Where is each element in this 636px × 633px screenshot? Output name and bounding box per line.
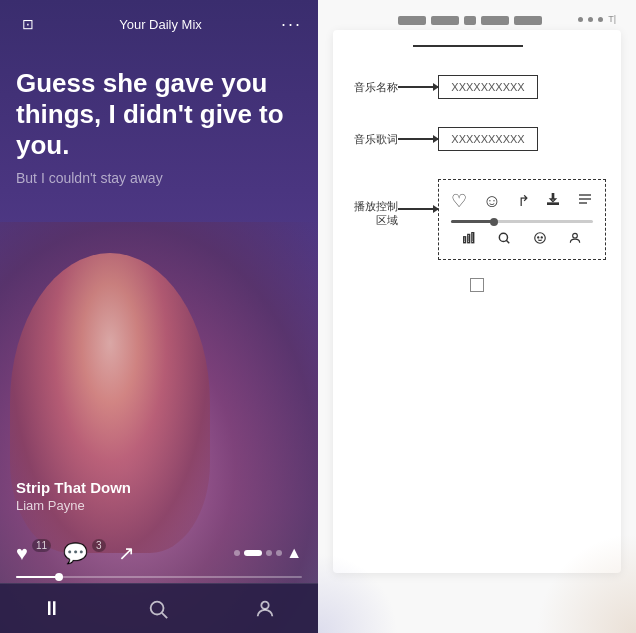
action-left: ♥ 11 💬 3 ↗ [16, 541, 135, 565]
sub-lyrics: But I couldn't stay away [16, 170, 302, 186]
smiley-icon[interactable]: ☺ [483, 191, 501, 212]
indicator-5 [514, 16, 542, 25]
music-name-row: 音乐名称 XXXXXXXXXX [348, 75, 606, 99]
comment-icon: 💬 [63, 541, 88, 565]
controls-row-1: ♡ ☺ ↰ [451, 190, 593, 212]
svg-point-14 [573, 233, 578, 238]
svg-rect-8 [472, 233, 474, 243]
dot-indicator-2 [588, 17, 593, 22]
mini-progress[interactable] [451, 220, 593, 223]
right-indicator: T| [578, 14, 616, 24]
main-lyrics: Guess she gave you things, I didn't give… [16, 68, 302, 162]
expand-icon[interactable]: ▲ [286, 544, 302, 562]
music-player-panel: ⊡ Your Daily Mix ··· Guess she gave you … [0, 0, 318, 633]
music-name-input[interactable]: XXXXXXXXXX [438, 75, 538, 99]
indicator-3 [464, 16, 476, 25]
svg-point-2 [261, 601, 268, 608]
comment-count: 3 [92, 539, 106, 552]
lyrics-section: Guess she gave you things, I didn't give… [0, 48, 318, 196]
svg-point-11 [535, 233, 546, 244]
music-lyrics-label: 音乐歌词 [348, 132, 398, 147]
dot-1 [234, 550, 240, 556]
dot-indicator [578, 17, 583, 22]
share-ctrl-icon[interactable]: ↰ [517, 192, 530, 210]
profile-button[interactable] [254, 598, 276, 620]
right-label: T| [608, 14, 616, 24]
face-icon[interactable] [533, 231, 547, 249]
indicator-1 [398, 16, 426, 25]
name-arrow [398, 86, 438, 88]
playback-controls-box: ♡ ☺ ↰ [438, 179, 606, 260]
dot-2-active [244, 550, 262, 556]
heart-ctrl-icon[interactable]: ♡ [451, 190, 467, 212]
bottom-navigation: ⏸ [0, 583, 318, 633]
pause-button[interactable]: ⏸ [42, 597, 62, 620]
svg-point-12 [537, 237, 538, 238]
diagram-panel: T| 音乐名称 XXXXXXXXXX 音乐歌词 XXXXXXXXXX 播放控制 … [318, 0, 636, 633]
svg-point-13 [541, 237, 542, 238]
mini-thumb [490, 218, 498, 226]
song-info: Strip That Down Liam Payne [16, 479, 131, 513]
controls-row-2 [451, 220, 593, 223]
playback-label: 播放控制 区域 [348, 199, 398, 228]
playback-section: 播放控制 区域 ♡ ☺ ↰ [348, 179, 606, 260]
dot-indicator-3 [598, 17, 603, 22]
dot-4 [276, 550, 282, 556]
svg-point-0 [151, 601, 164, 614]
song-title: Strip That Down [16, 479, 131, 496]
like-count: 11 [32, 539, 51, 552]
pagination-dots: ▲ [234, 544, 302, 562]
search-ctrl-icon[interactable] [497, 231, 511, 249]
indicator-4 [481, 16, 509, 25]
download-icon[interactable] [545, 191, 561, 212]
svg-line-10 [506, 240, 509, 243]
mini-fill [451, 220, 494, 223]
controls-row-3 [451, 231, 593, 249]
user-ctrl-icon[interactable] [568, 231, 582, 249]
lyrics-arrow [398, 138, 438, 140]
action-bar: ♥ 11 💬 3 ↗ ▲ [0, 541, 318, 565]
equalizer-icon[interactable] [462, 231, 476, 249]
svg-line-1 [162, 613, 167, 618]
music-lyrics-row: 音乐歌词 XXXXXXXXXX [348, 127, 606, 151]
progress-fill [16, 576, 59, 578]
diagram-card: 音乐名称 XXXXXXXXXX 音乐歌词 XXXXXXXXXX 播放控制 区域 … [333, 30, 621, 573]
music-name-label: 音乐名称 [348, 80, 398, 95]
svg-rect-6 [464, 237, 466, 243]
progress-bar[interactable] [16, 576, 302, 578]
share-icon: ↗ [118, 541, 135, 565]
header: ⊡ Your Daily Mix ··· [0, 0, 318, 48]
more-options-icon[interactable]: ··· [281, 14, 302, 35]
playback-label-row: 播放控制 区域 ♡ ☺ ↰ [348, 179, 606, 260]
song-artist: Liam Payne [16, 498, 131, 513]
queue-icon[interactable] [577, 191, 593, 212]
top-divider-line [413, 45, 523, 47]
heart-icon: ♥ [16, 542, 28, 565]
music-lyrics-input[interactable]: XXXXXXXXXX [438, 127, 538, 151]
progress-thumb [55, 573, 63, 581]
bottom-indicator-square [470, 278, 484, 292]
playback-arrow [398, 208, 438, 210]
search-button[interactable] [147, 598, 169, 620]
indicator-2 [431, 16, 459, 25]
share-button[interactable]: ↗ [118, 541, 135, 565]
progress-track [16, 576, 302, 578]
svg-rect-7 [468, 235, 470, 243]
dot-3 [266, 550, 272, 556]
like-button[interactable]: ♥ 11 [16, 542, 51, 565]
playlist-title: Your Daily Mix [119, 17, 202, 32]
comment-button[interactable]: 💬 3 [63, 541, 106, 565]
back-icon[interactable]: ⊡ [16, 12, 40, 36]
